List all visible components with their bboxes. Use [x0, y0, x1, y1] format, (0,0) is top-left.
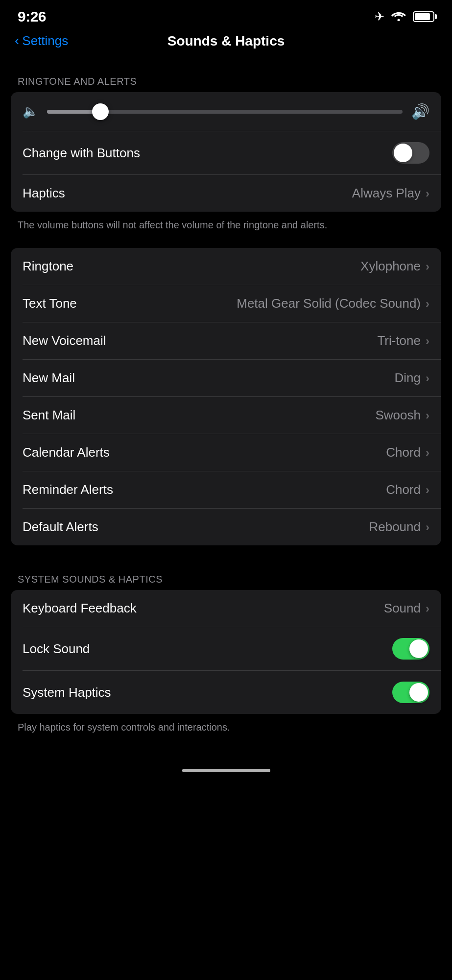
- sent-mail-row[interactable]: Sent Mail Swoosh ›: [11, 397, 441, 434]
- haptics-right: Always Play ›: [352, 186, 429, 201]
- system-haptics-row[interactable]: System Haptics: [11, 671, 441, 714]
- change-with-buttons-knob: [394, 144, 412, 162]
- new-mail-right: Ding ›: [395, 370, 429, 386]
- status-icons: ✈: [375, 10, 434, 24]
- new-mail-label: New Mail: [23, 370, 75, 386]
- default-alerts-label: Default Alerts: [23, 519, 98, 535]
- sound-items-card: Ringtone Xylophone › Text Tone Metal Gea…: [11, 248, 441, 545]
- status-bar: 9:26 ✈: [0, 0, 452, 29]
- haptics-value: Always Play: [352, 186, 421, 201]
- text-tone-right: Metal Gear Solid (Codec Sound) ›: [237, 296, 429, 311]
- ringtone-chevron-icon: ›: [426, 260, 429, 273]
- spacer-bottom: [0, 740, 452, 760]
- back-chevron-icon: ‹: [15, 33, 19, 49]
- back-label[interactable]: Settings: [22, 33, 68, 49]
- keyboard-feedback-right: Sound ›: [384, 601, 429, 616]
- home-bar: [182, 769, 270, 772]
- text-tone-chevron-icon: ›: [426, 297, 429, 311]
- airplane-icon: ✈: [375, 10, 384, 24]
- text-tone-value: Metal Gear Solid (Codec Sound): [237, 296, 421, 311]
- lock-sound-row[interactable]: Lock Sound: [11, 627, 441, 670]
- lock-sound-label: Lock Sound: [23, 641, 90, 657]
- new-voicemail-right: Tri-tone ›: [377, 333, 429, 348]
- calendar-alerts-chevron-icon: ›: [426, 446, 429, 460]
- system-sounds-card: Keyboard Feedback Sound › Lock Sound Sys…: [11, 590, 441, 714]
- reminder-alerts-value: Chord: [386, 482, 421, 497]
- change-with-buttons-row[interactable]: Change with Buttons: [11, 131, 441, 174]
- sent-mail-right: Swoosh ›: [376, 408, 430, 423]
- new-mail-row[interactable]: New Mail Ding ›: [11, 360, 441, 396]
- text-tone-row[interactable]: Text Tone Metal Gear Solid (Codec Sound)…: [11, 285, 441, 322]
- volume-slider-thumb[interactable]: [92, 103, 109, 120]
- system-sounds-section-label: SYSTEM SOUNDS & HAPTICS: [0, 565, 452, 590]
- system-haptics-toggle[interactable]: [392, 682, 429, 703]
- system-haptics-footer: Play haptics for system controls and int…: [0, 714, 452, 740]
- volume-high-icon: 🔊: [411, 103, 429, 120]
- calendar-alerts-right: Chord ›: [386, 445, 429, 460]
- new-mail-chevron-icon: ›: [426, 371, 429, 385]
- ringtone-value: Xylophone: [360, 259, 421, 274]
- default-alerts-right: Rebound ›: [369, 519, 429, 535]
- ringtone-row[interactable]: Ringtone Xylophone ›: [11, 248, 441, 285]
- new-voicemail-value: Tri-tone: [377, 333, 421, 348]
- haptics-row[interactable]: Haptics Always Play ›: [11, 175, 441, 212]
- spacer: [0, 545, 452, 565]
- reminder-alerts-label: Reminder Alerts: [23, 482, 113, 497]
- ringtone-label: Ringtone: [23, 259, 73, 274]
- change-with-buttons-toggle[interactable]: [392, 142, 429, 164]
- reminder-alerts-row[interactable]: Reminder Alerts Chord ›: [11, 471, 441, 508]
- calendar-alerts-label: Calendar Alerts: [23, 445, 110, 460]
- home-indicator: [0, 760, 452, 777]
- keyboard-feedback-row[interactable]: Keyboard Feedback Sound ›: [11, 590, 441, 627]
- new-voicemail-row[interactable]: New Voicemail Tri-tone ›: [11, 322, 441, 359]
- wifi-icon: [391, 10, 406, 23]
- haptics-chevron-icon: ›: [426, 187, 429, 200]
- page-title: Sounds & Haptics: [167, 33, 285, 49]
- volume-slider-row[interactable]: 🔈 🔊: [11, 92, 441, 131]
- keyboard-feedback-chevron-icon: ›: [426, 602, 429, 615]
- keyboard-feedback-label: Keyboard Feedback: [23, 601, 137, 616]
- ringtone-right: Xylophone ›: [360, 259, 429, 274]
- volume-slider-track[interactable]: [47, 110, 403, 114]
- new-mail-value: Ding: [395, 370, 421, 386]
- sent-mail-label: Sent Mail: [23, 408, 75, 423]
- back-button[interactable]: ‹ Settings: [15, 33, 68, 49]
- ringtone-alerts-footer: The volume buttons will not affect the v…: [0, 212, 452, 238]
- keyboard-feedback-value: Sound: [384, 601, 421, 616]
- default-alerts-chevron-icon: ›: [426, 520, 429, 534]
- lock-sound-knob: [409, 639, 428, 658]
- change-with-buttons-label: Change with Buttons: [23, 146, 140, 161]
- reminder-alerts-chevron-icon: ›: [426, 483, 429, 497]
- battery-icon: [413, 11, 434, 22]
- text-tone-label: Text Tone: [23, 296, 77, 311]
- ringtone-alerts-card: 🔈 🔊 Change with Buttons Haptics Always P…: [11, 92, 441, 212]
- ringtone-alerts-section-label: RINGTONE AND ALERTS: [0, 67, 452, 92]
- new-voicemail-label: New Voicemail: [23, 333, 106, 348]
- sent-mail-chevron-icon: ›: [426, 409, 429, 422]
- system-haptics-knob: [409, 683, 428, 702]
- default-alerts-value: Rebound: [369, 519, 421, 535]
- lock-sound-toggle[interactable]: [392, 638, 429, 660]
- calendar-alerts-row[interactable]: Calendar Alerts Chord ›: [11, 434, 441, 471]
- new-voicemail-chevron-icon: ›: [426, 334, 429, 348]
- haptics-label: Haptics: [23, 186, 65, 201]
- system-haptics-label: System Haptics: [23, 685, 111, 700]
- default-alerts-row[interactable]: Default Alerts Rebound ›: [11, 509, 441, 545]
- nav-header: ‹ Settings Sounds & Haptics: [0, 29, 452, 57]
- volume-low-icon: 🔈: [23, 104, 38, 119]
- status-time: 9:26: [18, 8, 46, 25]
- calendar-alerts-value: Chord: [386, 445, 421, 460]
- sent-mail-value: Swoosh: [376, 408, 421, 423]
- reminder-alerts-right: Chord ›: [386, 482, 429, 497]
